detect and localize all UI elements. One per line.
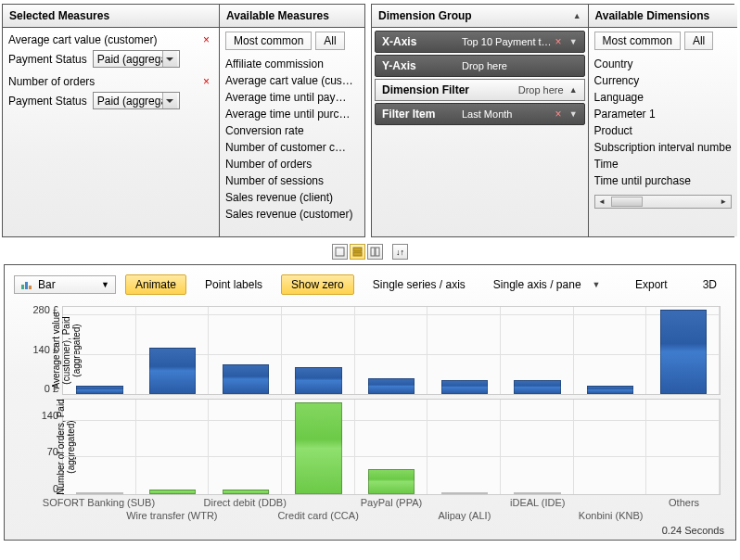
bar[interactable] — [295, 402, 341, 494]
ytick: 70 — [47, 446, 63, 457]
list-item[interactable]: Average cart value (cus… — [225, 72, 359, 89]
svg-rect-1 — [353, 248, 362, 251]
chart-type-dropdown[interactable]: Bar ▼ — [14, 275, 116, 294]
payment-status-dropdown-1[interactable]: Paid (aggrega — [93, 50, 180, 68]
x-axis-dropzone[interactable]: X-Axis Top 10 Payment t… × ▼ — [375, 31, 585, 53]
list-item[interactable]: Average time until purc… — [225, 106, 359, 122]
list-item[interactable]: Affiliate commission — [225, 56, 359, 72]
dimension-group-header[interactable]: Dimension Group ▲ — [372, 5, 588, 28]
svg-rect-0 — [336, 248, 344, 256]
bar[interactable] — [76, 386, 122, 394]
remove-icon[interactable]: × — [552, 108, 566, 121]
view-mode-2[interactable] — [350, 244, 365, 260]
tab-most-common[interactable]: Most common — [225, 32, 312, 50]
x-axis-label: X-Axis — [382, 35, 462, 48]
tab-all[interactable]: All — [684, 32, 713, 50]
filter-item-value: Last Month — [462, 108, 552, 120]
list-item[interactable]: Parameter 1 — [594, 106, 732, 122]
list-item[interactable]: Number of orders — [225, 156, 359, 172]
ytick: 140 £ — [32, 344, 63, 355]
ytick: 140 — [42, 410, 63, 421]
bar[interactable] — [587, 386, 633, 394]
three-d-button[interactable]: 3D — [694, 275, 726, 294]
measure-sublabel: Payment Status — [8, 53, 87, 66]
selected-measures-header: Selected Measures — [3, 5, 219, 28]
available-measures-title: Available Measures — [226, 9, 329, 22]
list-item[interactable]: Sales revenue (client) — [225, 189, 359, 206]
bar[interactable] — [76, 492, 122, 494]
x-axis-value: Top 10 Payment t… — [462, 36, 552, 47]
available-measures-list: Affiliate commission Average cart value … — [225, 56, 359, 223]
bar[interactable] — [223, 490, 269, 494]
bar[interactable] — [295, 367, 341, 394]
available-measures-header: Available Measures — [220, 5, 364, 28]
list-item[interactable]: Time until purchase — [594, 172, 732, 189]
dimension-group-title: Dimension Group — [378, 9, 472, 22]
payment-status-dropdown-2[interactable]: Paid (aggrega — [93, 92, 180, 109]
list-item[interactable]: Time — [594, 156, 732, 172]
query-time: 0.24 Seconds — [10, 523, 730, 538]
view-mode-1[interactable] — [332, 244, 348, 260]
measure-name: Number of orders — [8, 75, 95, 88]
dimension-filter-header[interactable]: Dimension Filter Drop here ▲ — [375, 79, 585, 101]
chart-2: Number of orders, Paid (aggregated) 0 70… — [62, 399, 721, 495]
tab-all[interactable]: All — [315, 32, 344, 50]
bar[interactable] — [368, 378, 415, 394]
bar[interactable] — [223, 364, 269, 394]
single-axis-button[interactable]: Single axis / pane — [484, 275, 583, 294]
scroll-left-icon[interactable]: ◄ — [595, 196, 609, 208]
bar[interactable] — [514, 380, 560, 394]
remove-icon[interactable]: × — [199, 33, 213, 46]
single-series-button[interactable]: Single series / axis — [364, 275, 475, 294]
collapse-icon[interactable]: ▲ — [573, 11, 581, 20]
chart-1: Average cart value (customer), Paid (agg… — [62, 306, 721, 395]
scroll-right-icon[interactable]: ► — [717, 196, 731, 208]
point-labels-button[interactable]: Point labels — [196, 275, 272, 294]
list-item[interactable]: Language — [594, 89, 732, 106]
list-item[interactable]: Product — [594, 122, 732, 139]
filter-item-row[interactable]: Filter Item Last Month × ▼ — [375, 103, 585, 125]
view-mode-3[interactable] — [367, 244, 383, 260]
bar[interactable] — [149, 348, 196, 394]
view-mode-sort[interactable]: ↓↑ — [392, 244, 408, 260]
chevron-down-icon[interactable]: ▼ — [593, 280, 601, 289]
list-item[interactable]: Country — [594, 56, 732, 72]
x-axis-label: Wire transfer (WTR) — [126, 510, 217, 521]
selected-measure-1[interactable]: Average cart value (customer) × Payment … — [8, 32, 213, 73]
bar[interactable] — [149, 490, 196, 494]
x-axis-label: Konbini (KNB) — [579, 510, 644, 521]
bar[interactable] — [441, 492, 488, 494]
bar[interactable] — [514, 492, 560, 494]
list-item[interactable]: Conversion rate — [225, 122, 359, 139]
horizontal-scrollbar[interactable]: ◄ ► — [594, 195, 732, 209]
dimension-filter-drop: Drop here — [518, 84, 564, 95]
dimension-filter-title: Dimension Filter — [382, 83, 469, 96]
svg-rect-3 — [371, 248, 375, 256]
collapse-icon[interactable]: ▲ — [569, 85, 578, 95]
export-button[interactable]: Export — [626, 275, 677, 294]
tab-most-common[interactable]: Most common — [594, 32, 681, 50]
list-item[interactable]: Currency — [594, 72, 732, 89]
show-zero-button[interactable]: Show zero — [281, 274, 354, 295]
remove-icon[interactable]: × — [552, 35, 566, 48]
chevron-down-icon[interactable]: ▼ — [569, 37, 578, 46]
bar[interactable] — [441, 380, 488, 394]
list-item[interactable]: Number of sessions — [225, 172, 359, 189]
x-axis-label: Credit card (CCA) — [277, 510, 358, 521]
bar[interactable] — [660, 310, 707, 394]
remove-icon[interactable]: × — [199, 75, 213, 88]
list-item[interactable]: Number of customer c… — [225, 139, 359, 156]
chevron-down-icon[interactable]: ▼ — [569, 109, 578, 119]
selected-measure-2[interactable]: Number of orders × Payment Status Paid (… — [8, 73, 213, 115]
list-item[interactable]: Sales revenue (customer) — [225, 206, 359, 223]
bar[interactable] — [368, 469, 415, 494]
selected-measures-title: Selected Measures — [9, 9, 109, 22]
animate-button[interactable]: Animate — [125, 274, 186, 295]
y-axis-dropzone[interactable]: Y-Axis Drop here — [375, 55, 585, 77]
list-item[interactable]: Subscription interval numbe — [594, 139, 732, 156]
scroll-thumb[interactable] — [611, 197, 643, 207]
available-dimensions-list: Country Currency Language Parameter 1 Pr… — [594, 56, 732, 189]
list-item[interactable]: Average time until pay… — [225, 89, 359, 106]
x-axis-label: Direct debit (DDB) — [204, 497, 287, 508]
chevron-down-icon: ▼ — [101, 280, 109, 289]
